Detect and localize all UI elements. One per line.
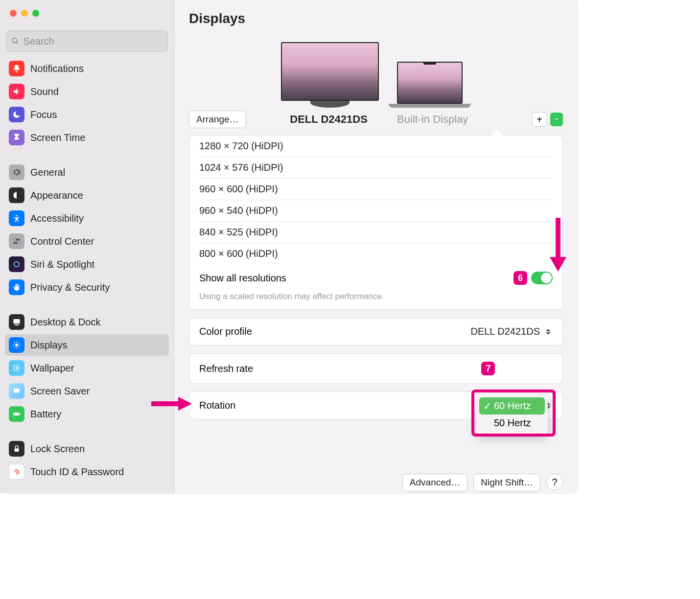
add-display-button[interactable]: + xyxy=(532,112,547,127)
resolution-option[interactable]: 960 × 540 (HiDPI) xyxy=(199,200,553,222)
sidebar-item-label: Displays xyxy=(30,340,68,351)
sidebar-item-sound[interactable]: Sound xyxy=(5,81,169,102)
tab-pointer xyxy=(491,130,503,136)
page-title: Displays xyxy=(189,11,563,26)
display-tab-builtin[interactable]: Built-in Display xyxy=(397,113,468,126)
svg-point-7 xyxy=(18,242,19,244)
sidebar-item-wallpaper[interactable]: Wallpaper xyxy=(5,357,169,379)
sidebar-item-appearance[interactable]: Appearance xyxy=(5,184,169,206)
siri-icon xyxy=(9,256,24,272)
resolution-option[interactable]: 800 × 600 (HiDPI) xyxy=(199,243,553,264)
search-field[interactable] xyxy=(6,30,168,52)
lock-icon xyxy=(9,441,24,457)
svg-rect-25 xyxy=(15,448,19,452)
annotation-badge-7: 7 xyxy=(481,362,495,375)
svg-point-8 xyxy=(14,262,20,267)
close-button[interactable] xyxy=(10,10,17,17)
resolution-option[interactable]: 1280 × 720 (HiDPI) xyxy=(199,136,553,157)
color-profile-label: Color profile xyxy=(199,326,252,337)
color-profile-row[interactable]: Color profile DELL D2421DS xyxy=(189,318,562,345)
builtin-display-thumbnail[interactable] xyxy=(389,62,471,108)
help-button[interactable]: ? xyxy=(546,474,563,490)
sidebar-item-label: Appearance xyxy=(30,190,83,201)
color-profile-card: Color profile DELL D2421DS xyxy=(189,318,563,346)
sidebar-item-controlcenter[interactable]: Control Center xyxy=(5,230,169,252)
show-all-resolutions-row: Show all resolutions 6 xyxy=(189,264,562,290)
resolution-option[interactable]: 1024 × 576 (HiDPI) xyxy=(199,157,553,179)
speaker-icon xyxy=(9,84,24,99)
accessibility-icon xyxy=(9,210,24,226)
svg-marker-27 xyxy=(550,257,566,272)
sidebar: Notifications Sound Focus Screen Time Ge… xyxy=(0,0,174,493)
external-monitor-thumbnail[interactable] xyxy=(281,42,379,108)
sidebar-item-label: Sound xyxy=(30,86,59,97)
svg-marker-29 xyxy=(178,397,192,411)
sidebar-item-screensaver[interactable]: Screen Saver xyxy=(5,380,169,402)
sidebar-item-label: Notifications xyxy=(30,63,84,74)
svg-point-0 xyxy=(12,38,17,43)
main-header: Displays xyxy=(174,0,578,37)
resolution-note: Using a scaled resolution may affect per… xyxy=(189,290,562,309)
sidebar-item-lockscreen[interactable]: Lock Screen xyxy=(5,438,169,460)
minimize-button[interactable] xyxy=(21,10,28,17)
sidebar-item-label: Screen Time xyxy=(30,132,85,143)
screensaver-icon xyxy=(9,383,24,399)
sidebar-item-battery[interactable]: Battery xyxy=(5,403,169,425)
maximize-button[interactable] xyxy=(32,10,39,17)
search-input[interactable] xyxy=(23,36,163,47)
sidebar-item-privacy[interactable]: Privacy & Security xyxy=(5,276,169,298)
sidebar-item-screentime[interactable]: Screen Time xyxy=(5,127,169,148)
sidebar-item-label: Siri & Spotlight xyxy=(30,259,94,270)
svg-point-11 xyxy=(15,344,18,346)
sidebar-item-focus[interactable]: Focus xyxy=(5,104,169,125)
sidebar-item-label: Touch ID & Password xyxy=(30,466,124,478)
window-controls xyxy=(0,7,174,17)
night-shift-button[interactable]: Night Shift… xyxy=(473,474,540,491)
sidebar-item-general[interactable]: General xyxy=(5,161,169,183)
sidebar-item-label: Lock Screen xyxy=(30,443,85,455)
wallpaper-icon xyxy=(9,360,24,376)
fingerprint-icon xyxy=(9,464,24,480)
resolution-list: 1280 × 720 (HiDPI) 1024 × 576 (HiDPI) 96… xyxy=(189,136,562,264)
sidebar-item-siri[interactable]: Siri & Spotlight xyxy=(5,253,169,275)
sidebar-item-label: Focus xyxy=(30,109,57,120)
rotation-label: Rotation xyxy=(199,400,236,411)
refresh-rate-value: 7 60 Hertz xyxy=(481,362,553,375)
hand-icon xyxy=(9,279,24,295)
display-preview xyxy=(174,37,578,108)
resolution-option[interactable]: 960 × 600 (HiDPI) xyxy=(199,179,553,200)
svg-line-19 xyxy=(19,343,20,344)
arrange-button[interactable]: Arrange… xyxy=(189,111,246,128)
refresh-rate-row[interactable]: Refresh rate 7 60 Hertz xyxy=(189,354,562,383)
sidebar-item-notifications[interactable]: Notifications xyxy=(5,58,169,79)
advanced-button[interactable]: Advanced… xyxy=(402,474,468,491)
svg-rect-10 xyxy=(15,324,19,325)
svg-line-16 xyxy=(14,343,15,344)
svg-rect-9 xyxy=(13,319,20,323)
annotation-badge-6: 6 xyxy=(513,271,527,285)
brightness-icon xyxy=(9,337,24,353)
sidebar-item-touchid[interactable]: Touch ID & Password xyxy=(5,461,169,483)
footer-buttons: Advanced… Night Shift… ? xyxy=(174,472,578,493)
updown-icon xyxy=(544,327,553,337)
sidebar-list: Notifications Sound Focus Screen Time Ge… xyxy=(0,58,174,493)
color-profile-value: DELL D2421DS xyxy=(470,326,553,337)
refresh-rate-label: Refresh rate xyxy=(199,363,253,374)
svg-line-18 xyxy=(14,347,15,348)
show-all-label: Show all resolutions xyxy=(199,273,286,284)
sidebar-item-accessibility[interactable]: Accessibility xyxy=(5,207,169,229)
sidebar-item-desktop-dock[interactable]: Desktop & Dock xyxy=(5,311,169,333)
sidebar-item-label: Battery xyxy=(30,409,61,420)
sidebar-item-displays[interactable]: Displays xyxy=(5,334,169,356)
sidebar-item-label: Wallpaper xyxy=(30,363,74,374)
sidebar-item-label: Accessibility xyxy=(30,213,84,224)
sidebar-item-label: Desktop & Dock xyxy=(30,317,100,328)
display-tabs: Arrange… DELL D2421DS Built-in Display + xyxy=(174,108,578,135)
appearance-icon xyxy=(9,187,24,203)
resolution-option[interactable]: 840 × 525 (HiDPI) xyxy=(199,222,553,243)
add-display-menu-button[interactable] xyxy=(550,113,563,126)
sidebar-item-label: Control Center xyxy=(30,236,94,247)
bell-icon xyxy=(9,61,24,76)
display-tab-external[interactable]: DELL D2421DS xyxy=(290,113,368,126)
svg-line-17 xyxy=(19,347,20,348)
